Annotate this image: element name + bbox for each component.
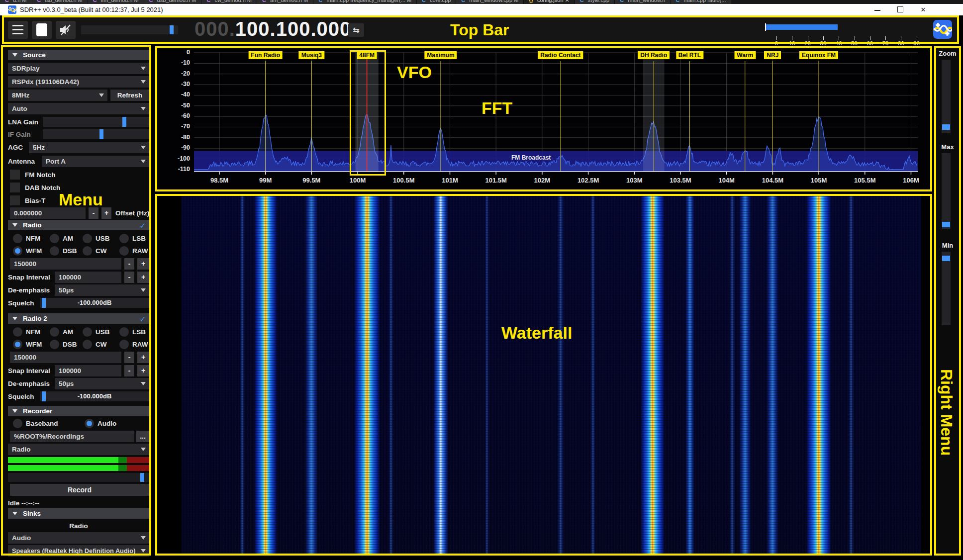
deemphasis-select[interactable]: 50µs bbox=[55, 284, 149, 296]
bandwidth-input[interactable]: 150000 bbox=[10, 258, 121, 270]
source-section-header[interactable]: Source bbox=[8, 50, 149, 60]
squelch-slider[interactable]: -100.000dB bbox=[40, 298, 149, 308]
min-slider[interactable] bbox=[942, 252, 951, 325]
mode-radio-dsb[interactable] bbox=[50, 340, 59, 349]
radio2-header[interactable]: Radio 2✓ bbox=[8, 313, 149, 324]
source-bandwidth-select[interactable]: 8MHz bbox=[8, 90, 107, 101]
vfo-swap-button[interactable]: ⇆ bbox=[348, 23, 364, 37]
recorder-path-input[interactable]: %ROOT%/Recordings bbox=[10, 431, 134, 442]
station-chip-48fm[interactable]: 48FM bbox=[357, 51, 377, 59]
station-chip-maximum[interactable]: Maximum bbox=[424, 51, 457, 59]
station-chip-nrj[interactable]: NRJ bbox=[764, 51, 781, 59]
station-chip-radio-contact[interactable]: Radio Contact bbox=[538, 51, 583, 59]
source-driver-select[interactable]: SDRplay bbox=[8, 63, 149, 74]
mode-radio-lsb[interactable] bbox=[119, 327, 129, 337]
mode-radio-cw[interactable] bbox=[83, 340, 92, 349]
mode-radio-usb[interactable] bbox=[83, 327, 92, 337]
mode-radio-am[interactable] bbox=[50, 234, 59, 243]
editor-tab[interactable]: {} config.json ✕ bbox=[524, 0, 575, 4]
offset-plus-button[interactable]: + bbox=[101, 207, 111, 219]
mode-radio-dsb[interactable] bbox=[50, 246, 59, 256]
max-slider[interactable] bbox=[942, 153, 951, 229]
menu-hamburger-button[interactable] bbox=[8, 21, 28, 39]
recorder-browse-button[interactable]: ... bbox=[136, 431, 149, 442]
station-chip-equinox-fm[interactable]: Equinox FM bbox=[799, 51, 838, 59]
editor-tab[interactable]: C am_demod.h M bbox=[257, 0, 313, 4]
offset-input[interactable]: 0.000000 bbox=[10, 207, 86, 219]
bandwidth-plus-button[interactable]: + bbox=[137, 352, 149, 363]
dab-notch-checkbox[interactable] bbox=[10, 183, 20, 192]
source-iftype-select[interactable]: Auto bbox=[8, 103, 149, 114]
mode-radio-wfm[interactable] bbox=[13, 340, 22, 349]
recorder-volume-slider[interactable] bbox=[8, 473, 149, 482]
antenna-select[interactable]: Port A bbox=[42, 156, 149, 167]
recorder-baseband-radio[interactable] bbox=[13, 419, 22, 428]
recorder-volume-handle[interactable] bbox=[140, 473, 144, 482]
mode-radio-cw[interactable] bbox=[83, 246, 92, 256]
minimize-button[interactable] bbox=[867, 4, 887, 15]
bandwidth-plus-button[interactable]: + bbox=[137, 258, 149, 270]
editor-tab[interactable]: C style.cpp bbox=[575, 0, 615, 4]
deemphasis-select[interactable]: 50µs bbox=[55, 378, 149, 389]
editor-tab[interactable]: C core.cpp bbox=[417, 0, 456, 4]
maximize-button[interactable] bbox=[890, 4, 910, 15]
max-slider-handle[interactable] bbox=[942, 222, 950, 227]
editor-tab[interactable]: C cw_demod.h M bbox=[201, 0, 257, 4]
editor-tab[interactable]: C main_window.cpp M bbox=[456, 0, 524, 4]
station-chip-bel-rtl[interactable]: Bel RTL bbox=[676, 51, 703, 59]
sinks-section-header[interactable]: Sinks bbox=[8, 508, 149, 519]
close-button[interactable]: ✕ bbox=[913, 4, 933, 15]
snap-interval-input[interactable]: 100000 bbox=[55, 272, 121, 283]
editor-tab[interactable]: C usb_demod.h M bbox=[144, 0, 202, 4]
bias-t-checkbox[interactable] bbox=[10, 195, 20, 205]
editor-tab[interactable]: C d.h M bbox=[0, 0, 32, 4]
min-slider-handle[interactable] bbox=[942, 256, 950, 261]
editor-tab[interactable]: C main.cpp frequency_manager(... M bbox=[313, 0, 417, 4]
snap-plus-button[interactable]: + bbox=[137, 365, 149, 376]
recorder-audio-radio[interactable] bbox=[85, 419, 94, 428]
editor-tab[interactable]: C main.cpp radio(... bbox=[671, 0, 731, 4]
station-chip-dh-radio[interactable]: DH Radio bbox=[638, 51, 670, 59]
squelch-slider[interactable]: -100.000dB bbox=[40, 391, 149, 401]
mode-radio-nfm[interactable] bbox=[13, 234, 22, 243]
mode-radio-am[interactable] bbox=[50, 327, 59, 337]
fft-plot[interactable] bbox=[157, 48, 930, 189]
sink-device-select[interactable]: Speakers (Realtek High Definition Audio) bbox=[8, 545, 149, 557]
fft-panel[interactable]: 0-10-20-30-40-50-60-70-80-90-100-11098.5… bbox=[157, 48, 930, 189]
mode-radio-lsb[interactable] bbox=[119, 234, 129, 243]
lna-gain-handle[interactable] bbox=[122, 117, 126, 127]
radio1-header[interactable]: Radio✓ bbox=[8, 220, 149, 230]
bandwidth-input[interactable]: 150000 bbox=[10, 352, 121, 363]
stop-button[interactable] bbox=[32, 21, 52, 39]
snap-interval-input[interactable]: 100000 bbox=[55, 365, 121, 376]
if-gain-handle[interactable] bbox=[99, 129, 103, 139]
agc-select[interactable]: 5Hz bbox=[29, 142, 149, 153]
mode-radio-raw[interactable] bbox=[119, 246, 129, 256]
recorder-stream-select[interactable]: Radio bbox=[8, 444, 149, 455]
offset-minus-button[interactable]: - bbox=[89, 207, 98, 219]
sink-type-select[interactable]: Audio bbox=[8, 532, 149, 544]
if-gain-slider[interactable] bbox=[43, 129, 149, 139]
mode-radio-raw[interactable] bbox=[119, 340, 129, 349]
editor-tab[interactable]: C main_window.h bbox=[615, 0, 671, 4]
recorder-section-header[interactable]: Recorder bbox=[8, 406, 149, 416]
lna-gain-slider[interactable] bbox=[43, 117, 149, 127]
zoom-slider-handle[interactable] bbox=[942, 124, 950, 130]
volume-slider[interactable] bbox=[81, 25, 178, 34]
volume-slider-handle[interactable] bbox=[170, 25, 174, 34]
snap-minus-button[interactable]: - bbox=[124, 272, 134, 283]
refresh-button[interactable]: Refresh bbox=[110, 90, 149, 101]
record-button[interactable]: Record bbox=[10, 484, 149, 496]
editor-tab[interactable]: C lfm_demod.h M bbox=[88, 0, 144, 4]
fm-notch-checkbox[interactable] bbox=[10, 170, 20, 180]
mode-radio-wfm[interactable] bbox=[13, 246, 22, 256]
editor-tab[interactable]: C lsb_demod.h M bbox=[32, 0, 88, 4]
source-device-select[interactable]: RSPdx (191106DA42) bbox=[8, 76, 149, 88]
snap-plus-button[interactable]: + bbox=[137, 272, 149, 283]
mode-radio-nfm[interactable] bbox=[13, 327, 22, 337]
bandwidth-minus-button[interactable]: - bbox=[124, 258, 134, 270]
zoom-slider[interactable] bbox=[942, 60, 951, 133]
bandwidth-minus-button[interactable]: - bbox=[124, 352, 134, 363]
enabled-checkmark-icon[interactable]: ✓ bbox=[139, 220, 146, 231]
mode-radio-usb[interactable] bbox=[83, 234, 92, 243]
